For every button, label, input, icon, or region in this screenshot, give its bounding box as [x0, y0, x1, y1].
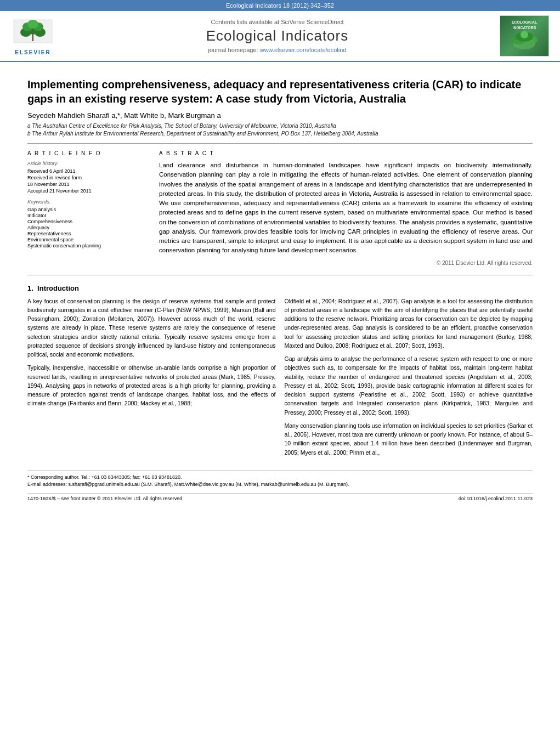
issn-line: 1470-160X/$ – see front matter © 2011 El…: [27, 496, 184, 501]
eco-indicators-logo: ECOLOGICAL INDICATORS: [500, 15, 549, 56]
email-addresses: E-mail addresses: s.sharafi@pgrad.unimel…: [27, 481, 533, 488]
top-bar: Ecological Indicators 18 (2012) 342–352: [0, 0, 560, 11]
journal-title-block: Contents lists available at SciVerse Sci…: [55, 19, 500, 53]
article-title: Implementing comprehensiveness, adequacy…: [27, 77, 533, 106]
homepage-line: journal homepage: www.elsevier.com/locat…: [55, 47, 500, 53]
section-1-title: 1. Introduction: [27, 284, 533, 292]
body-left-col: A key focus of conservation planning is …: [27, 297, 276, 462]
journal-header: ELSEVIER Contents lists available at Sci…: [0, 11, 560, 62]
keyword-3: Comprehensiveness: [27, 219, 148, 224]
keyword-1: Gap analysis: [27, 207, 148, 212]
journal-title: Ecological Indicators: [55, 27, 500, 44]
received-date-2: 18 November 2011: [27, 182, 148, 187]
abstract-text: Land clearance and disturbance in human-…: [159, 161, 533, 256]
received-date-1: Received 6 April 2011: [27, 168, 148, 174]
keyword-6: Environmental space: [27, 237, 148, 242]
elsevier-logo: ELSEVIER: [11, 17, 55, 55]
keyword-7: Systematic conservation planning: [27, 243, 148, 248]
affiliation-b: b The Arthur Rylah Institute for Environ…: [27, 131, 533, 137]
article-info-heading: A R T I C L E I N F O: [27, 150, 148, 156]
affiliation-a: a The Australian Centre of Excellence fo…: [27, 123, 533, 129]
homepage-url[interactable]: www.elsevier.com/locate/ecolind: [260, 47, 347, 53]
keyword-2: Indicator: [27, 213, 148, 218]
keyword-5: Representativeness: [27, 231, 148, 236]
body-right-col: Oldfield et al., 2004; Rodríguez et al.,…: [285, 297, 533, 462]
copyright-notice: © 2011 Elsevier Ltd. All rights reserved…: [159, 260, 533, 266]
intro-para-4: Gap analysis aims to analyse the perform…: [285, 354, 533, 417]
divider-1: [27, 143, 533, 144]
article-info-panel: A R T I C L E I N F O Article history: R…: [27, 150, 148, 266]
article-history-label: Article history:: [27, 161, 148, 166]
intro-para-1: A key focus of conservation planning is …: [27, 297, 276, 359]
svg-point-12: [521, 31, 528, 38]
footnote-section: * Corresponding author. Tel.: +61 03 834…: [27, 470, 533, 488]
intro-para-2: Typically, inexpensive, inaccessible or …: [27, 363, 276, 408]
keywords-label: Keywords:: [27, 199, 148, 205]
divider-2: [27, 275, 533, 275]
accepted-date: Accepted 21 November 2011: [27, 188, 148, 194]
intro-para-5: Many conservation planning tools use inf…: [285, 421, 533, 457]
section-1: 1. Introduction A key focus of conservat…: [27, 284, 533, 462]
elsevier-wordmark: ELSEVIER: [15, 49, 50, 55]
keyword-4: Adequacy: [27, 225, 148, 230]
intro-para-3: Oldfield et al., 2004; Rodríguez et al.,…: [285, 297, 533, 350]
received-revised-label: Received in revised form: [27, 175, 148, 180]
journal-citation: Ecological Indicators 18 (2012) 342–352: [226, 2, 334, 9]
abstract-panel: A B S T R A C T Land clearance and distu…: [159, 150, 533, 266]
doi-line: doi:10.1016/j.ecolind.2011.11.023: [459, 496, 533, 501]
abstract-heading: A B S T R A C T: [159, 150, 533, 156]
svg-point-7: [27, 20, 38, 29]
bottom-bar: 1470-160X/$ – see front matter © 2011 El…: [27, 493, 533, 501]
sciverse-line: Contents lists available at SciVerse Sci…: [55, 19, 500, 25]
authors-line: Seyedeh Mahdieh Sharafi a,*, Matt White …: [27, 111, 533, 120]
corresponding-author: * Corresponding author. Tel.: +61 03 834…: [27, 474, 533, 481]
